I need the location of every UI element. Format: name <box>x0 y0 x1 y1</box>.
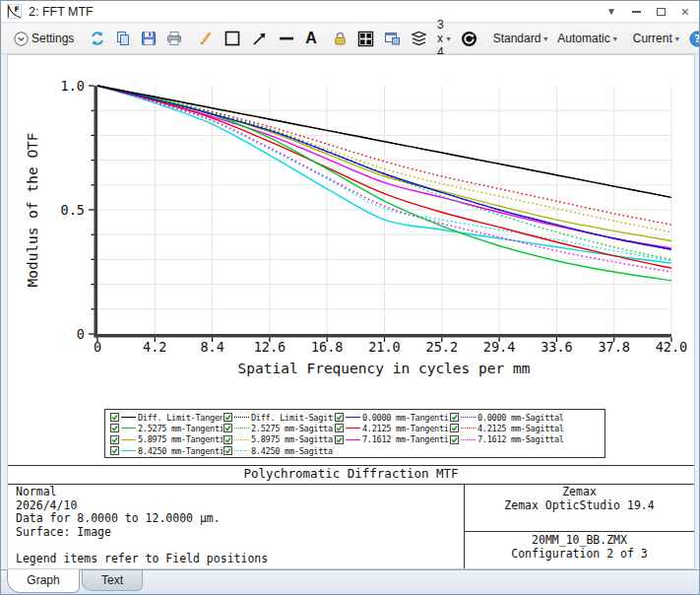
auto-update-button[interactable] <box>459 29 479 49</box>
legend-item-0-0000-mm-sagittal[interactable]: 0.0000 mm-Sagittal <box>450 412 601 423</box>
x-tick-label: 29.4 <box>483 339 516 355</box>
x-tick-label: 0 <box>94 339 101 355</box>
lock-button[interactable] <box>331 29 350 48</box>
legend-line-sample <box>234 428 249 429</box>
legend-item-4-2125-mm-sagittal[interactable]: 4.2125 mm-Sagittal <box>450 423 601 433</box>
help-button[interactable]: ? <box>687 29 700 49</box>
legend-checkbox-icon <box>223 424 232 432</box>
minimize-icon <box>632 11 641 13</box>
help-icon: ? <box>689 31 700 47</box>
legend-label: 8.4250 mm-Tangential <box>138 446 223 456</box>
info-left-cell: Normal 2026/4/10 Data for 8.0000 to 12.0… <box>16 486 459 568</box>
pencil-annotate-button[interactable] <box>196 29 216 48</box>
legend-checkbox-icon <box>223 446 232 455</box>
legend-item-2-5275-mm-sagittal[interactable]: 2.5275 mm-Sagittal <box>223 423 334 433</box>
rectangle-annotate-button[interactable] <box>222 28 243 49</box>
legend-checkbox-icon <box>110 435 119 444</box>
legend-item-0-0000-mm-tangential[interactable]: 0.0000 mm-Tangential <box>335 412 449 423</box>
legend-label: 0.0000 mm-Sagittal <box>477 413 564 423</box>
legend-label: 5.8975 mm-Tangential <box>138 434 223 444</box>
legend-label: 0.0000 mm-Tangential <box>362 413 449 423</box>
tab-bar: Graph Text <box>1 569 699 595</box>
legend-label: 8.4250 mm-Sagittal <box>251 446 334 456</box>
pencil-icon <box>198 31 214 46</box>
x-tick-label: 21.0 <box>368 339 401 355</box>
legend-line-sample <box>346 417 360 418</box>
copy-window-button[interactable] <box>382 29 403 48</box>
standard-label: Standard <box>493 32 541 45</box>
current-label: Current <box>633 32 672 45</box>
save-icon <box>141 31 157 46</box>
settings-button[interactable]: Settings <box>12 30 76 48</box>
legend-line-sample <box>461 439 476 440</box>
legend-line-sample <box>121 428 136 429</box>
arrow-annotate-button[interactable] <box>249 29 270 49</box>
tab-graph[interactable]: Graph <box>7 569 80 593</box>
legend-label: 2.5275 mm-Tangential <box>138 424 223 433</box>
sampling-label: Normal <box>16 486 459 499</box>
legend-label: 7.1612 mm-Sagittal <box>477 434 564 444</box>
standard-dropdown[interactable]: Standard ▾ <box>491 30 550 47</box>
fit-window-icon <box>357 31 374 47</box>
automatic-dropdown[interactable]: Automatic ▾ <box>555 30 618 47</box>
legend-note: Legend items refer to Field positions <box>16 553 268 566</box>
legend-line-sample <box>346 428 360 429</box>
legend-line-sample <box>121 439 136 440</box>
refresh-button[interactable] <box>88 29 107 48</box>
legend-checkbox-icon <box>450 435 459 444</box>
legend-item-5-8975-mm-sagittal[interactable]: 5.8975 mm-Sagittal <box>223 434 334 445</box>
y-tick-label: 1.0 <box>61 78 85 94</box>
x-tick-label: 16.8 <box>311 339 344 355</box>
x-axis-title: Spatial Frequency in cycles per mm <box>238 361 531 376</box>
legend-checkbox-icon <box>335 424 344 432</box>
save-button[interactable] <box>139 29 159 48</box>
legend-checkbox-icon <box>223 413 232 422</box>
legend-label: 5.8975 mm-Sagittal <box>251 434 334 444</box>
legend-item-4-2125-mm-tangential[interactable]: 4.2125 mm-Tangential <box>335 423 449 433</box>
window-menu-caret-icon[interactable]: ▼ <box>606 6 616 18</box>
x-tick-label: 42.0 <box>656 339 688 355</box>
fft-plot-icon: F <box>7 4 22 19</box>
chevron-down-icon: ▾ <box>447 34 451 43</box>
maximize-icon <box>657 8 666 16</box>
minimize-button[interactable] <box>632 11 641 13</box>
legend-line-sample <box>121 417 136 418</box>
legend-checkbox-icon <box>335 435 344 444</box>
legend-item-8-4250-mm-sagittal[interactable]: 8.4250 mm-Sagittal <box>223 445 334 456</box>
current-dropdown[interactable]: Current ▾ <box>631 30 681 47</box>
text-annotate-button[interactable]: A <box>303 29 319 48</box>
legend-label: 7.1612 mm-Tangential <box>362 434 449 444</box>
legend-line-sample <box>234 450 249 451</box>
date-label: 2026/4/10 <box>16 499 459 513</box>
legend-item-5-8975-mm-tangential[interactable]: 5.8975 mm-Tangential <box>110 434 223 445</box>
y-tick-label: 0.5 <box>61 202 85 218</box>
layers-button[interactable] <box>409 29 429 49</box>
maximize-button[interactable] <box>657 8 666 16</box>
configuration-label: Configuration 2 of 3 <box>465 548 694 562</box>
surface-label: Surface: Image <box>16 526 459 540</box>
legend-line-sample <box>346 439 360 440</box>
info-right-top-cell: Zemax Zemax OpticStudio 19.4 <box>465 486 694 512</box>
legend-item-diff-limit-tangential[interactable]: Diff. Limit-Tangential <box>110 412 223 423</box>
svg-text:?: ? <box>694 33 700 45</box>
fit-window-button[interactable] <box>355 29 376 49</box>
legend-line-sample <box>234 417 249 418</box>
legend-line-sample <box>461 417 476 418</box>
line-annotate-button[interactable] <box>276 29 297 48</box>
print-button[interactable] <box>164 29 184 48</box>
copy-window-icon <box>384 31 401 46</box>
legend-item-diff-limit-sagittal[interactable]: Diff. Limit-Sagittal <box>223 412 334 423</box>
legend-item-8-4250-mm-tangential[interactable]: 8.4250 mm-Tangential <box>110 445 223 456</box>
legend-item-7-1612-mm-sagittal[interactable]: 7.1612 mm-Sagittal <box>450 434 601 445</box>
company-label: Zemax <box>465 486 694 499</box>
legend-item-7-1612-mm-tangential[interactable]: 7.1612 mm-Tangential <box>335 434 449 445</box>
legend-item-2-5275-mm-tangential[interactable]: 2.5275 mm-Tangential <box>110 423 223 433</box>
copy-icon <box>115 31 131 46</box>
close-button[interactable]: × <box>681 6 689 18</box>
chart-legend: Diff. Limit-TangentialDiff. Limit-Sagitt… <box>104 409 605 458</box>
lock-icon <box>333 31 348 46</box>
automatic-label: Automatic <box>557 32 609 45</box>
tab-text[interactable]: Text <box>82 570 143 591</box>
x-tick-label: 4.2 <box>143 339 166 355</box>
copy-button[interactable] <box>113 29 133 48</box>
